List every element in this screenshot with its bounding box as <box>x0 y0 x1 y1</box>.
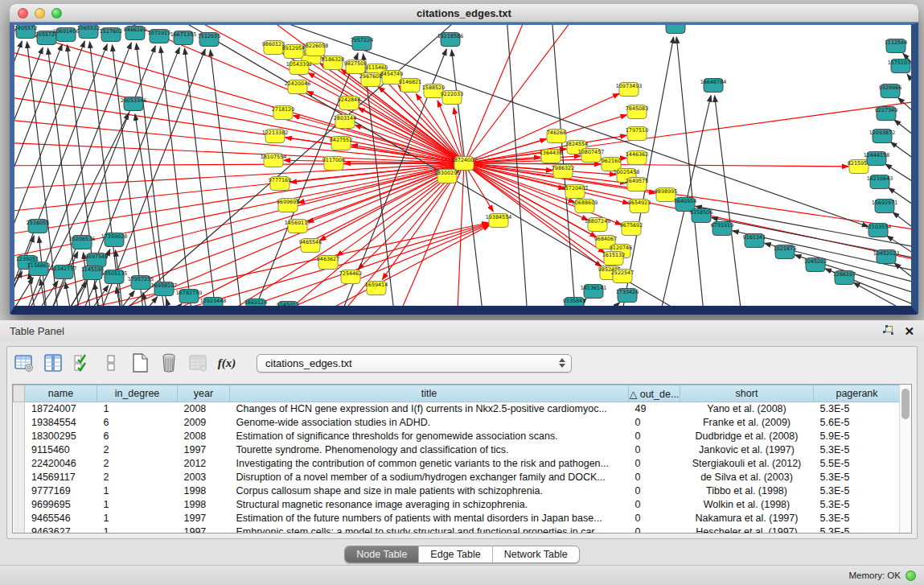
table-cell[interactable]: 5.5E-5 <box>814 457 900 471</box>
graph-node-10807457[interactable]: 10807457 <box>578 149 605 163</box>
table-cell[interactable]: 1 <box>97 525 178 534</box>
graph-node-1021875[interactable]: 1021875 <box>774 245 796 259</box>
table-cell[interactable]: 0 <box>629 457 680 471</box>
graph-node-1065532[interactable]: 1065532 <box>77 25 100 39</box>
graph-node-12444158[interactable]: 12444158 <box>864 152 890 166</box>
graph-node-16210643[interactable]: 16210643 <box>867 175 893 189</box>
graph-node-15751074[interactable]: 15751074 <box>888 60 911 73</box>
graph-node-17957255[interactable]: 17957255 <box>128 276 154 290</box>
table-cell[interactable]: 19384554 <box>25 416 97 430</box>
table-cell[interactable]: Estimation of the future numbers of pati… <box>230 512 629 525</box>
graph-node-9242848[interactable]: 9242848 <box>338 97 360 110</box>
table-row[interactable]: 2242004622012Investigating the contribut… <box>14 457 900 471</box>
table-cell[interactable]: Stergiakouli et al. (2012) <box>680 457 814 471</box>
table-cell[interactable]: 5.3E-5 <box>814 484 900 498</box>
graph-node-9358506[interactable]: 9358506 <box>690 209 713 223</box>
import-table-icon[interactable] <box>187 352 208 373</box>
graph-node-18724007[interactable]: 18724007 <box>451 157 478 171</box>
table-row[interactable]: 1830029562008Estimation of significance … <box>14 430 900 443</box>
table-cell[interactable]: 2 <box>97 457 178 471</box>
graph-node-9699695[interactable]: 9699695 <box>277 199 299 212</box>
graph-node-12923448[interactable]: 12923448 <box>200 298 227 307</box>
table-cell[interactable]: 1997 <box>178 525 230 534</box>
graph-node-9827508[interactable]: 9827508 <box>344 60 367 74</box>
table-cell[interactable]: Tibbo et al. (1998) <box>680 484 814 498</box>
table-cell[interactable]: Investigating the contribution of common… <box>230 457 629 471</box>
graph-node-19384554[interactable]: 19384554 <box>486 214 512 228</box>
graph-node-746266[interactable]: 746266 <box>547 130 566 143</box>
graph-node-2522547[interactable]: 2522547 <box>611 270 634 283</box>
column-header-in-degree[interactable]: in_degree <box>97 385 178 402</box>
graph-node-1266197[interactable]: 1266197 <box>833 271 856 285</box>
tab-node-table[interactable]: Node Table <box>345 546 418 562</box>
graph-node-12213382[interactable]: 12213382 <box>262 130 289 143</box>
graph-node-2405572[interactable]: 2405572 <box>14 25 37 39</box>
table-cell[interactable]: 9465546 <box>25 512 97 525</box>
graph-node-18807249[interactable]: 18807249 <box>585 218 611 232</box>
table-cell[interactable]: Franke et al. (2009) <box>680 416 814 430</box>
table-cell[interactable]: Embryonic stem cells: a model to study s… <box>230 525 629 534</box>
graph-node-18300295[interactable]: 18300295 <box>434 170 461 183</box>
table-cell[interactable]: 0 <box>629 416 680 430</box>
table-cell[interactable]: 2 <box>97 471 178 484</box>
table-cell[interactable]: 5.3E-5 <box>814 525 900 534</box>
graph-node-2516055[interactable]: 2516055 <box>27 220 49 233</box>
graph-node-7512935[interactable]: 7512935 <box>198 33 220 47</box>
graph-node-7957224[interactable]: 7957224 <box>351 37 373 51</box>
table-cell[interactable]: Structural magnetic resonance image aver… <box>230 498 629 512</box>
graph-node-9335841[interactable]: 9335841 <box>563 298 585 307</box>
table-cell[interactable]: 0 <box>629 498 680 512</box>
graph-node-1797510[interactable]: 1797510 <box>626 127 648 141</box>
graph-node-19218586[interactable]: 19218586 <box>437 33 464 47</box>
table-scrollbar[interactable] <box>899 385 911 533</box>
table-row[interactable]: 946362711997Embryonic stem cells: a mode… <box>14 525 900 534</box>
graph-node-9463627[interactable]: 9463627 <box>317 256 339 270</box>
graph-node-8813054[interactable]: 8813054 <box>664 25 687 34</box>
show-columns-icon[interactable] <box>43 352 64 373</box>
table-cell[interactable]: 0 <box>629 512 680 525</box>
graph-node-1733426[interactable]: 1733426 <box>616 289 639 303</box>
column-header-year[interactable]: year <box>178 385 230 402</box>
table-cell[interactable]: Nakamura et al. (1997) <box>680 512 814 525</box>
graph-node-16671355[interactable]: 16671355 <box>170 31 197 45</box>
graph-node-16648784[interactable]: 16648784 <box>700 79 727 93</box>
table-row[interactable]: 977716911998Corpus callosum shape and si… <box>14 484 900 498</box>
graph-node-20691406[interactable]: 20691406 <box>53 28 80 42</box>
table-cell[interactable]: 1998 <box>178 498 230 512</box>
close-panel-icon[interactable]: ✕ <box>904 325 914 337</box>
table-cell[interactable]: 6 <box>97 416 178 430</box>
table-cell[interactable]: 2012 <box>178 457 230 471</box>
graph-node-16782759[interactable]: 16782759 <box>176 290 203 303</box>
table-cell[interactable]: Disruption of a novel member of a sodium… <box>230 471 629 484</box>
graph-node-18107554[interactable]: 18107554 <box>261 154 287 167</box>
column-header-pagerank[interactable]: pagerank <box>814 385 900 402</box>
table-cell[interactable]: 0 <box>629 443 680 457</box>
graph-node-8466160[interactable]: 8466160 <box>124 27 146 40</box>
function-builder-icon[interactable]: f(x) <box>216 352 237 373</box>
table-cell[interactable]: 18724007 <box>25 402 97 416</box>
tab-edge-table[interactable]: Edge Table <box>418 546 491 562</box>
column-header-short[interactable]: short <box>680 385 814 402</box>
table-mode-icon[interactable] <box>14 352 35 373</box>
graph-node-7845083[interactable]: 7845083 <box>626 105 648 119</box>
graph-node-10688609[interactable]: 10688609 <box>572 200 598 213</box>
table-cell[interactable]: 0 <box>629 430 680 443</box>
table-row[interactable]: 911546021997Tourette syndrome. Phenomeno… <box>14 443 900 457</box>
table-cell[interactable]: Jankovic et al. (1997) <box>680 443 814 457</box>
table-cell[interactable]: Yano et al. (2008) <box>680 402 814 416</box>
table-row[interactable]: 1456911722003Disruption of a novel membe… <box>14 471 900 484</box>
graph-node-8186328[interactable]: 8186328 <box>322 56 344 70</box>
memory-ok-icon[interactable] <box>906 571 916 581</box>
minimize-window-icon[interactable] <box>35 8 45 19</box>
table-cell[interactable]: 1 <box>97 498 178 512</box>
graph-node-2803144[interactable]: 2803144 <box>334 115 356 129</box>
table-cell[interactable]: 1997 <box>178 512 230 525</box>
table-cell[interactable]: Hescheler et al. (1997) <box>680 525 814 534</box>
graph-node-9161341[interactable]: 9161341 <box>743 234 766 248</box>
table-cell[interactable]: 2008 <box>178 402 230 416</box>
tab-network-table[interactable]: Network Table <box>492 546 579 562</box>
graph-node-1112544[interactable]: 1112544 <box>885 39 907 53</box>
table-cell[interactable]: 5.3E-5 <box>814 471 900 484</box>
table-cell[interactable]: Genome-wide association studies in ADHD. <box>230 416 629 430</box>
column-header-out-de-[interactable]: △ out_de... <box>629 385 680 402</box>
